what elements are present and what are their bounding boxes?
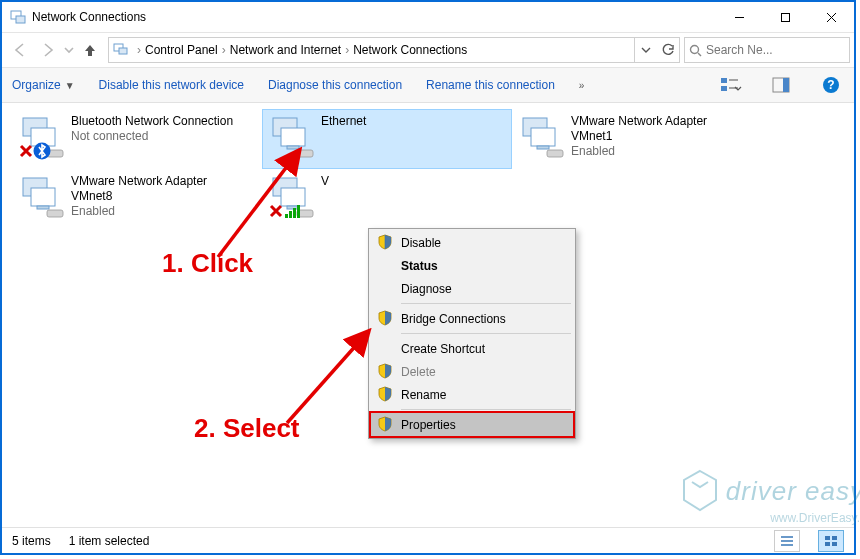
cm-separator [401, 333, 571, 334]
status-bar: 5 items 1 item selected [2, 527, 854, 553]
svg-rect-39 [832, 536, 837, 540]
cm-shortcut[interactable]: Create Shortcut [371, 337, 573, 360]
svg-rect-38 [825, 536, 830, 540]
details-view-button[interactable] [774, 530, 800, 552]
svg-rect-40 [825, 542, 830, 546]
overflow-button[interactable]: » [579, 80, 585, 91]
context-menu: Disable Status Diagnose Bridge Connectio… [368, 228, 576, 439]
cm-bridge[interactable]: Bridge Connections [371, 307, 573, 330]
command-bar: Organize ▼ Disable this network device D… [2, 68, 854, 103]
svg-rect-28 [47, 210, 63, 217]
rename-button[interactable]: Rename this connection [426, 78, 555, 92]
cm-label: Rename [401, 388, 446, 402]
search-placeholder: Search Ne... [706, 43, 773, 57]
adapter-name: V [321, 174, 329, 189]
search-input[interactable]: Search Ne... [684, 37, 850, 63]
svg-marker-37 [684, 471, 716, 510]
refresh-button[interactable] [657, 38, 679, 62]
cm-delete: Delete [371, 360, 573, 383]
svg-point-5 [691, 45, 699, 53]
adapter-vmnet1[interactable]: VMware Network Adapter VMnet1 Enabled [512, 109, 762, 169]
adapter-status: Enabled [571, 144, 741, 159]
disable-device-button[interactable]: Disable this network device [99, 78, 244, 92]
cm-separator [401, 303, 571, 304]
watermark-url: www.DriverEasy. [770, 511, 860, 525]
cm-label: Diagnose [401, 282, 452, 296]
svg-rect-6 [721, 78, 727, 83]
svg-rect-22 [531, 128, 555, 146]
adapter-icon [17, 114, 65, 160]
cm-label: Status [401, 259, 438, 273]
annotation-2: 2. Select [194, 413, 300, 444]
content-area: Bluetooth Network Connection Not connect… [2, 103, 854, 531]
adapter-icon [17, 174, 65, 220]
adapter-icon [517, 114, 565, 160]
cm-label: Delete [401, 365, 436, 379]
window-icon [10, 9, 26, 25]
svg-rect-24 [547, 150, 563, 157]
svg-rect-26 [31, 188, 55, 206]
svg-rect-4 [119, 48, 127, 54]
adapter-name: Ethernet [321, 114, 366, 129]
bluetooth-icon [33, 142, 51, 160]
adapter-name: VMware Network Adapter VMnet1 [571, 114, 741, 144]
cm-label: Properties [401, 418, 456, 432]
back-button[interactable] [6, 36, 34, 64]
up-button[interactable] [76, 36, 104, 64]
cm-properties[interactable]: Properties [371, 413, 573, 436]
watermark-brand: driver easy [726, 476, 860, 507]
crumb-2[interactable]: Network Connections [353, 43, 467, 57]
cm-rename[interactable]: Rename [371, 383, 573, 406]
cm-label: Create Shortcut [401, 342, 485, 356]
window-title: Network Connections [32, 10, 146, 24]
forward-button[interactable] [34, 36, 62, 64]
disconnected-icon [19, 144, 33, 158]
diagnose-button[interactable]: Diagnose this connection [268, 78, 402, 92]
annotation-1: 1. Click [162, 248, 253, 279]
cm-label: Bridge Connections [401, 312, 506, 326]
cm-status[interactable]: Status [371, 254, 573, 277]
view-menu[interactable] [718, 72, 744, 98]
window: Network Connections › Con [0, 0, 856, 555]
organize-menu[interactable]: Organize ▼ [12, 78, 75, 92]
titlebar: Network Connections [2, 2, 854, 33]
minimize-button[interactable] [716, 2, 762, 32]
preview-pane-button[interactable] [768, 72, 794, 98]
address-bar[interactable]: › Control Panel › Network and Internet ›… [108, 37, 680, 63]
adapters-list: Bluetooth Network Connection Not connect… [12, 109, 844, 229]
navbar: › Control Panel › Network and Internet ›… [2, 33, 854, 68]
svg-rect-1 [16, 16, 25, 23]
svg-rect-7 [721, 86, 727, 91]
svg-rect-23 [537, 146, 549, 149]
address-dropdown[interactable] [635, 38, 657, 62]
cm-disable[interactable]: Disable [371, 231, 573, 254]
shield-icon [377, 234, 393, 250]
status-selected: 1 item selected [69, 534, 150, 548]
location-icon [113, 41, 129, 60]
tiles-view-button[interactable] [818, 530, 844, 552]
close-button[interactable] [808, 2, 854, 32]
adapter-name: Bluetooth Network Connection [71, 114, 233, 129]
svg-rect-9 [783, 78, 789, 92]
svg-rect-2 [781, 13, 789, 21]
svg-text:?: ? [827, 78, 834, 92]
cm-separator [401, 409, 571, 410]
watermark: driver easy www.DriverEasy. [680, 469, 860, 513]
help-button[interactable]: ? [818, 72, 844, 98]
maximize-button[interactable] [762, 2, 808, 32]
svg-rect-41 [832, 542, 837, 546]
crumb-1[interactable]: Network and Internet [230, 43, 341, 57]
status-count: 5 items [12, 534, 51, 548]
recent-dropdown[interactable] [62, 36, 76, 64]
svg-rect-27 [37, 206, 49, 209]
crumb-0[interactable]: Control Panel [145, 43, 218, 57]
cm-label: Disable [401, 236, 441, 250]
cm-diagnose[interactable]: Diagnose [371, 277, 573, 300]
